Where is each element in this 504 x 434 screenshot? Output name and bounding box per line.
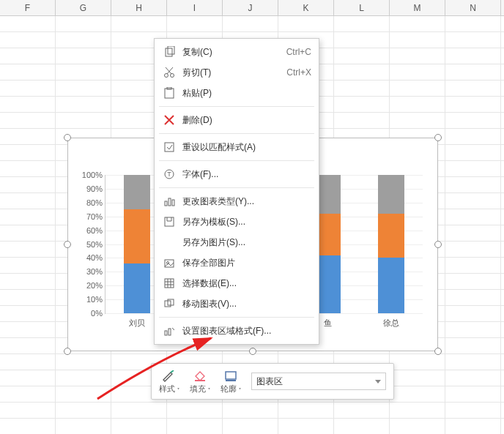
cell[interactable] bbox=[56, 419, 111, 434]
cell[interactable] bbox=[56, 48, 111, 64]
cell[interactable] bbox=[223, 419, 278, 434]
cell[interactable] bbox=[445, 322, 501, 337]
cell[interactable] bbox=[390, 81, 445, 96]
column-header[interactable]: H bbox=[111, 0, 167, 15]
stacked-bar[interactable]: 刘贝 bbox=[124, 175, 150, 313]
cell[interactable] bbox=[390, 32, 445, 48]
column-header[interactable]: F bbox=[0, 0, 56, 15]
resize-handle[interactable] bbox=[64, 241, 71, 248]
cell[interactable] bbox=[0, 81, 56, 96]
cell[interactable] bbox=[0, 161, 56, 176]
cell[interactable] bbox=[445, 193, 501, 209]
menu-item[interactable]: T字体(F)... bbox=[155, 164, 319, 184]
cell[interactable] bbox=[445, 129, 501, 144]
column-header[interactable]: J bbox=[223, 0, 278, 15]
column-header[interactable]: L bbox=[334, 0, 390, 15]
cell[interactable] bbox=[167, 403, 223, 418]
cell[interactable] bbox=[0, 242, 56, 257]
resize-handle[interactable] bbox=[434, 134, 442, 141]
resize-handle[interactable] bbox=[434, 241, 442, 248]
cell[interactable] bbox=[56, 113, 111, 128]
cell[interactable] bbox=[167, 16, 223, 31]
menu-item[interactable]: 复制(C)Ctrl+C bbox=[155, 42, 319, 62]
cell[interactable] bbox=[334, 32, 390, 48]
cell[interactable] bbox=[278, 16, 334, 31]
cell[interactable] bbox=[0, 48, 56, 64]
resize-handle[interactable] bbox=[249, 348, 256, 355]
cell[interactable] bbox=[56, 32, 111, 48]
chart-element-selector[interactable]: 图表区 bbox=[251, 373, 386, 390]
bar-segment[interactable] bbox=[124, 175, 150, 209]
cell[interactable] bbox=[445, 209, 501, 225]
cell[interactable] bbox=[56, 16, 111, 31]
menu-item[interactable]: 保存全部图片 bbox=[155, 252, 319, 273]
cell[interactable] bbox=[111, 16, 167, 31]
cell[interactable] bbox=[334, 419, 390, 434]
bar-segment[interactable] bbox=[124, 209, 150, 263]
cell[interactable] bbox=[445, 225, 501, 241]
cell[interactable] bbox=[445, 242, 501, 257]
cell[interactable] bbox=[56, 97, 111, 112]
cell[interactable] bbox=[390, 64, 445, 80]
cell[interactable] bbox=[0, 97, 56, 112]
cell[interactable] bbox=[278, 419, 334, 434]
cell[interactable] bbox=[56, 354, 111, 370]
cell[interactable] bbox=[0, 403, 56, 418]
column-header[interactable]: K bbox=[278, 0, 334, 15]
bar-segment[interactable] bbox=[378, 214, 404, 258]
cell[interactable] bbox=[390, 419, 445, 434]
column-header[interactable]: I bbox=[167, 0, 223, 15]
cell[interactable] bbox=[56, 81, 111, 96]
style-button[interactable]: 样式 bbox=[159, 369, 179, 394]
menu-item[interactable]: 另存为图片(S)... bbox=[155, 232, 319, 252]
cell[interactable] bbox=[445, 258, 501, 273]
cell[interactable] bbox=[0, 32, 56, 48]
cell[interactable] bbox=[445, 16, 501, 31]
cell[interactable] bbox=[0, 64, 56, 80]
column-header[interactable]: M bbox=[390, 0, 445, 15]
cell[interactable] bbox=[0, 113, 56, 128]
cell[interactable] bbox=[445, 113, 501, 128]
cell[interactable] bbox=[445, 32, 501, 48]
bar-segment[interactable] bbox=[378, 258, 404, 313]
cell[interactable] bbox=[0, 16, 56, 31]
cell[interactable] bbox=[390, 354, 445, 370]
cell[interactable] bbox=[0, 225, 56, 241]
cell[interactable] bbox=[390, 370, 445, 386]
cell[interactable] bbox=[0, 322, 56, 337]
cell[interactable] bbox=[445, 290, 501, 305]
bar-segment[interactable] bbox=[124, 263, 150, 313]
cell[interactable] bbox=[0, 145, 56, 160]
cell[interactable] bbox=[223, 16, 278, 31]
cell[interactable] bbox=[167, 419, 223, 434]
cell[interactable] bbox=[0, 354, 56, 370]
cell[interactable] bbox=[334, 113, 390, 128]
cell[interactable] bbox=[56, 370, 111, 386]
cell[interactable] bbox=[334, 403, 390, 418]
cell[interactable] bbox=[0, 129, 56, 144]
cell[interactable] bbox=[445, 177, 501, 192]
cell[interactable] bbox=[0, 386, 56, 402]
cell[interactable] bbox=[390, 97, 445, 112]
cell[interactable] bbox=[445, 338, 501, 353]
cell[interactable] bbox=[0, 274, 56, 289]
resize-handle[interactable] bbox=[64, 134, 71, 141]
cell[interactable] bbox=[334, 64, 390, 80]
menu-item[interactable]: 设置图表区域格式(F)... bbox=[155, 321, 319, 341]
stacked-bar[interactable]: 徐总 bbox=[378, 175, 404, 313]
cell[interactable] bbox=[334, 48, 390, 64]
cell[interactable] bbox=[390, 16, 445, 31]
cell[interactable] bbox=[0, 258, 56, 273]
cell[interactable] bbox=[445, 419, 501, 434]
cell[interactable] bbox=[0, 338, 56, 353]
cell[interactable] bbox=[445, 403, 501, 418]
cell[interactable] bbox=[0, 370, 56, 386]
cell[interactable] bbox=[445, 81, 501, 96]
cell[interactable] bbox=[445, 64, 501, 80]
menu-item[interactable]: 另存为模板(S)... bbox=[155, 212, 319, 232]
cell[interactable] bbox=[0, 177, 56, 192]
outline-button[interactable]: 轮廓 bbox=[220, 369, 241, 394]
cell[interactable] bbox=[445, 306, 501, 321]
cell[interactable] bbox=[0, 306, 56, 321]
cell[interactable] bbox=[56, 64, 111, 80]
